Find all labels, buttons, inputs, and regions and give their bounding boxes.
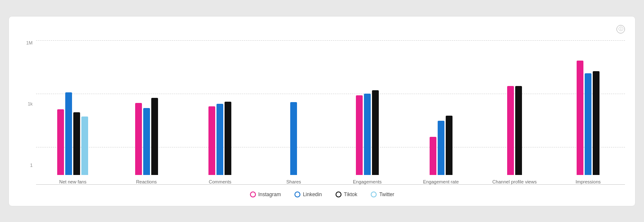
chart-area: 1M 1k 1 Net new fansReactionsCommentsSha… — [19, 40, 625, 185]
bars — [577, 48, 600, 175]
bars — [208, 48, 231, 175]
legend-item-tiktok: Tiktok — [336, 191, 358, 197]
bar-twitter — [81, 117, 88, 175]
bars — [507, 48, 522, 175]
bars — [356, 48, 379, 175]
legend: InstagramLinkedinTiktokTwitter — [19, 191, 625, 197]
bar-linkedin — [364, 94, 371, 175]
bar-group-label: Impressions — [575, 179, 600, 184]
legend-item-twitter: Twitter — [371, 191, 394, 197]
legend-label-linkedin: Linkedin — [303, 191, 322, 197]
bars — [290, 48, 297, 175]
legend-label-tiktok: Tiktok — [344, 191, 358, 197]
y-axis: 1M 1k 1 — [19, 40, 36, 168]
bar-group: Net new fans — [36, 48, 110, 184]
bar-group-label: Shares — [286, 179, 301, 184]
bar-group: Engagement rate — [404, 48, 478, 184]
chart-content: Net new fansReactionsCommentsSharesEngag… — [36, 40, 625, 185]
legend-circle-instagram — [250, 191, 256, 197]
bar-linkedin — [438, 121, 444, 175]
bars — [57, 48, 88, 175]
legend-circle-twitter — [371, 191, 377, 197]
bar-instagram — [577, 61, 583, 175]
bar-tiktok — [446, 116, 452, 175]
bar-tiktok — [593, 71, 600, 175]
bar-instagram — [57, 109, 64, 175]
bar-group-label: Engagement rate — [423, 179, 458, 184]
legend-item-instagram: Instagram — [250, 191, 281, 197]
bar-linkedin — [143, 108, 150, 175]
bar-group-label: Comments — [209, 179, 231, 184]
bar-group-label: Net new fans — [59, 179, 86, 184]
bar-linkedin — [65, 92, 72, 175]
bars-container: Net new fansReactionsCommentsSharesEngag… — [36, 40, 625, 184]
legend-item-linkedin: Linkedin — [294, 191, 322, 197]
bar-linkedin — [217, 104, 223, 175]
card-header: ⓘ — [19, 25, 625, 33]
bar-group: Channel profile views — [478, 48, 552, 184]
y-label-1m: 1M — [26, 40, 33, 45]
legend-label-twitter: Twitter — [379, 191, 394, 197]
bar-instagram — [507, 86, 514, 175]
bar-group: Shares — [257, 48, 330, 184]
bar-instagram — [356, 95, 363, 175]
bar-group: Reactions — [110, 48, 183, 184]
bars — [430, 48, 452, 175]
legend-circle-tiktok — [336, 191, 341, 197]
bar-group-label: Reactions — [136, 179, 157, 184]
legend-circle-linkedin — [294, 191, 300, 197]
bar-group-label: Engagements — [353, 179, 382, 184]
bar-tiktok — [515, 86, 522, 175]
y-label-1k: 1k — [28, 101, 33, 106]
network-comparison-card: ⓘ 1M 1k 1 Net new fansReactionsCommentsS… — [8, 16, 636, 206]
legend-label-instagram: Instagram — [258, 191, 281, 197]
bars — [135, 48, 158, 175]
info-icon[interactable]: ⓘ — [616, 25, 625, 33]
bar-instagram — [430, 137, 436, 175]
bar-instagram — [135, 103, 142, 175]
bar-group-label: Channel profile views — [492, 179, 537, 184]
bar-tiktok — [73, 112, 80, 175]
y-label-1: 1 — [30, 163, 33, 168]
baseline — [36, 184, 625, 185]
bar-group: Impressions — [551, 48, 625, 184]
bar-linkedin — [290, 102, 297, 175]
bar-instagram — [208, 106, 215, 175]
bar-group: Engagements — [330, 48, 404, 184]
bar-tiktok — [151, 98, 158, 175]
bar-tiktok — [372, 90, 379, 175]
bar-group: Comments — [183, 48, 257, 184]
bar-tiktok — [225, 102, 231, 175]
bar-linkedin — [585, 73, 591, 175]
